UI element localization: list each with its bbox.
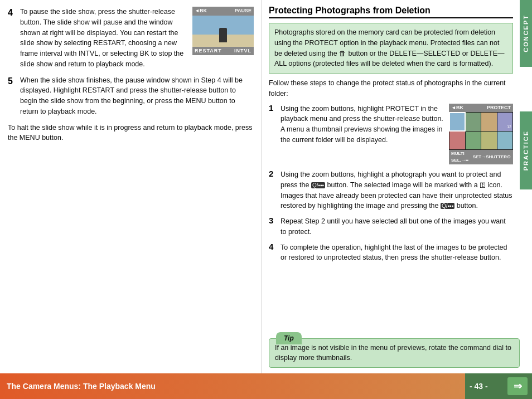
right-step-3-block: 3 Repeat Step 2 until you have selected … — [269, 216, 513, 237]
protect-thumb-8 — [497, 132, 513, 150]
footer-left-text: The Camera Menus: The Playback Menu — [7, 382, 156, 391]
right-step-1-number: 1 — [269, 103, 278, 165]
step-5-number: 5 — [8, 75, 18, 117]
right-step-4-text: To complete the operation, highlight the… — [280, 242, 513, 264]
concept-tab: CONCEPT — [520, 0, 532, 67]
left-panel: 4 To pause the slide show, press the shu… — [0, 0, 262, 373]
concept-box: Photographs stored on the memory card ca… — [269, 23, 513, 74]
slideshow-pause-label: PAUSE — [235, 7, 252, 15]
tip-box: Tip If an image is not visible in the me… — [269, 338, 520, 368]
protect-thumb-7 — [481, 132, 497, 150]
protect-thumb-5 — [449, 132, 465, 150]
tip-area: Tip If an image is not visible in the me… — [269, 338, 520, 368]
practice-tab-text: PRACTICE — [523, 130, 529, 171]
step-4-block: 4 To pause the slide show, press the shu… — [8, 7, 254, 70]
footer-next-arrow[interactable]: ⇒ — [507, 377, 528, 395]
protect-grid: 12 — [449, 112, 513, 150]
protect-thumb-4: 12 — [497, 113, 513, 131]
tip-text: If an image is not visible in the menu o… — [275, 344, 511, 362]
right-step-1-block: 1 Using the zoom buttons, highlight PROT… — [269, 104, 513, 165]
slideshow-image-area — [192, 16, 254, 47]
follow-text: Follow these steps to change the protect… — [269, 78, 513, 99]
right-step-2-text: Using the zoom buttons, highlight a phot… — [280, 169, 513, 211]
right-step-4-block: 4 To complete the operation, highlight t… — [269, 242, 513, 264]
step-5-text: When the slide show finishes, the pause … — [20, 75, 254, 117]
protect-thumb-6 — [466, 132, 481, 150]
step-4-number: 4 — [8, 6, 18, 70]
footer-left: The Camera Menus: The Playback Menu — [0, 373, 465, 399]
protect-thumb-1 — [449, 113, 465, 131]
footer-right: - 43 - ⇒ — [465, 373, 532, 399]
protect-thumb-2 — [466, 113, 481, 131]
right-step-1-text: Using the zoom buttons, highlight PROTEC… — [280, 104, 444, 165]
right-step-2-block: 2 Using the zoom buttons, highlight a ph… — [269, 169, 513, 211]
concept-tab-text: CONCEPT — [523, 14, 529, 52]
footer-page-number: - 43 - — [470, 382, 488, 391]
protect-label: PROTECT — [487, 104, 511, 112]
right-panel: CONCEPT Protecting Photographs from Dele… — [262, 0, 532, 373]
protect-thumb-3 — [481, 113, 497, 131]
right-step-3-text: Repeat Step 2 until you have selected al… — [280, 216, 513, 237]
protect-set-label: SET→SHUTTER⊙ — [473, 154, 511, 160]
right-step-2-number: 2 — [269, 169, 278, 211]
section-title: Protecting Photographs from Deletion — [269, 6, 513, 18]
halt-paragraph: To halt the slide show while it is in pr… — [8, 123, 254, 144]
slideshow-intvl-label: INTVL — [234, 47, 252, 55]
step-4-content: To pause the slide show, press the shutt… — [20, 7, 254, 70]
step-4-text: To pause the slide show, press the shutt… — [20, 7, 188, 70]
slideshow-bk-label: ◄BK — [195, 7, 207, 15]
right-step-3-number: 3 — [269, 216, 278, 237]
right-step-1-content: Using the zoom buttons, highlight PROTEC… — [280, 104, 513, 165]
tip-label: Tip — [276, 332, 302, 344]
protect-bk-label: ◄BK — [451, 104, 463, 112]
step-5-block: 5 When the slide show finishes, the paus… — [8, 75, 254, 117]
slideshow-restart-label: RESTART — [195, 47, 222, 55]
footer: The Camera Menus: The Playback Menu - 43… — [0, 373, 532, 399]
protect-menu-mockup: ◄BK PROTECT 12 — [449, 104, 513, 165]
protect-multi-label: MULTI SEL.→▪▪ — [451, 150, 473, 164]
practice-tab: PRACTICE — [520, 111, 532, 189]
arrow-icon: ⇒ — [514, 380, 522, 392]
right-step-4-number: 4 — [269, 242, 278, 264]
slideshow-mockup: ◄BK PAUSE RESTART INTVL — [192, 7, 254, 70]
